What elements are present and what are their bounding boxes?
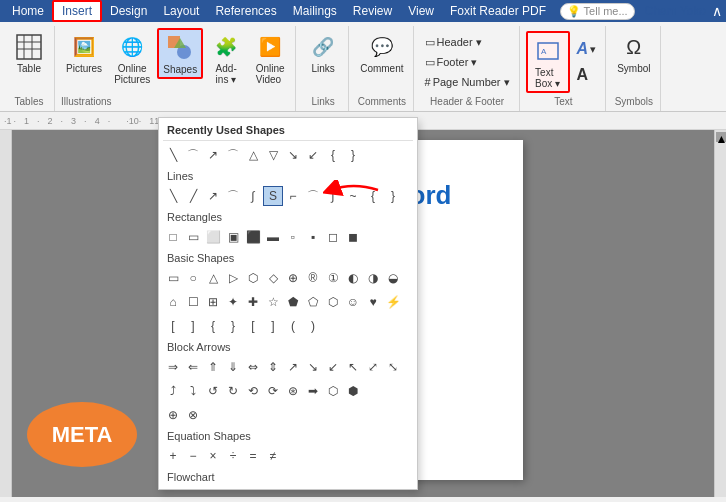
- shape-btn[interactable]: }: [343, 145, 363, 165]
- menu-review[interactable]: Review: [345, 2, 400, 20]
- right-scrollbar[interactable]: ▲: [714, 130, 726, 497]
- eq-shape[interactable]: ×: [203, 446, 223, 466]
- left-scrollbar[interactable]: [0, 130, 12, 497]
- basic-shape[interactable]: ]: [183, 316, 203, 336]
- line-shape[interactable]: S: [263, 186, 283, 206]
- shape-btn[interactable]: ↘: [283, 145, 303, 165]
- shape-btn[interactable]: ▽: [263, 145, 283, 165]
- basic-shape[interactable]: ®: [303, 268, 323, 288]
- shape-btn[interactable]: {: [323, 145, 343, 165]
- shape-btn[interactable]: ↗: [203, 145, 223, 165]
- basic-shape[interactable]: ✦: [223, 292, 243, 312]
- basic-shape[interactable]: ☺: [343, 292, 363, 312]
- shape-btn[interactable]: ⌒: [183, 145, 203, 165]
- basic-shape[interactable]: }: [223, 316, 243, 336]
- menu-view[interactable]: View: [400, 2, 442, 20]
- comment-button[interactable]: 💬 Comment: [355, 28, 408, 77]
- arrow-shape[interactable]: ⇑: [203, 357, 223, 377]
- eq-shape[interactable]: −: [183, 446, 203, 466]
- shape-btn[interactable]: ⌒: [223, 145, 243, 165]
- arrow-shape[interactable]: ↺: [203, 381, 223, 401]
- basic-shape[interactable]: ⬟: [283, 292, 303, 312]
- basic-shape[interactable]: ☆: [263, 292, 283, 312]
- eq-shape[interactable]: =: [243, 446, 263, 466]
- rect-shape[interactable]: ▫: [283, 227, 303, 247]
- basic-shape[interactable]: ▷: [223, 268, 243, 288]
- rect-shape[interactable]: ▭: [183, 227, 203, 247]
- arrow-shape[interactable]: ⇔: [243, 357, 263, 377]
- arrow-shape[interactable]: ⬡: [323, 381, 343, 401]
- shape-btn[interactable]: △: [243, 145, 263, 165]
- arrow-shape[interactable]: ↻: [223, 381, 243, 401]
- arrow-shape[interactable]: ⟲: [243, 381, 263, 401]
- arrow-shape[interactable]: ⇒: [163, 357, 183, 377]
- eq-shape[interactable]: ÷: [223, 446, 243, 466]
- menu-home[interactable]: Home: [4, 2, 52, 20]
- rect-shape[interactable]: ▪: [303, 227, 323, 247]
- page-number-button[interactable]: # Page Number ▾: [420, 73, 515, 92]
- line-shape[interactable]: ╱: [183, 186, 203, 206]
- arrow-shape[interactable]: ⤵: [183, 381, 203, 401]
- rect-shape[interactable]: ⬛: [243, 227, 263, 247]
- basic-shape[interactable]: {: [203, 316, 223, 336]
- rect-shape[interactable]: ▣: [223, 227, 243, 247]
- arrow-shape[interactable]: ⬢: [343, 381, 363, 401]
- basic-shape[interactable]: ⬠: [303, 292, 323, 312]
- footer-button[interactable]: ▭ Footer ▾: [420, 53, 515, 72]
- basic-shape[interactable]: ◐: [343, 268, 363, 288]
- basic-shape[interactable]: ⬡: [243, 268, 263, 288]
- arrow-shape[interactable]: ⤢: [363, 357, 383, 377]
- basic-shape[interactable]: ◑: [363, 268, 383, 288]
- basic-shape[interactable]: [: [243, 316, 263, 336]
- basic-shape[interactable]: [: [163, 316, 183, 336]
- arrow-shape[interactable]: ⇕: [263, 357, 283, 377]
- line-shape[interactable]: }: [383, 186, 403, 206]
- scroll-up-arrow[interactable]: ▲: [716, 132, 726, 142]
- arrow-shape[interactable]: ↖: [343, 357, 363, 377]
- dropcap-button[interactable]: A: [572, 63, 602, 87]
- basic-shape[interactable]: ⊞: [203, 292, 223, 312]
- arrow-shape[interactable]: ⊛: [283, 381, 303, 401]
- online-video-button[interactable]: ▶️ OnlineVideo: [249, 28, 291, 88]
- line-shape[interactable]: ⌐: [283, 186, 303, 206]
- menu-design[interactable]: Design: [102, 2, 155, 20]
- basic-shape[interactable]: ⌂: [163, 292, 183, 312]
- basic-shape[interactable]: ◒: [383, 268, 403, 288]
- basic-shape[interactable]: ⬡: [323, 292, 343, 312]
- arrow-shape[interactable]: ↗: [283, 357, 303, 377]
- shape-btn[interactable]: ╲: [163, 145, 183, 165]
- rect-shape[interactable]: ◼: [343, 227, 363, 247]
- menu-foxit[interactable]: Foxit Reader PDF: [442, 2, 554, 20]
- basic-shape[interactable]: ☐: [183, 292, 203, 312]
- arrow-shape[interactable]: ⊗: [183, 405, 203, 425]
- basic-shape[interactable]: ✚: [243, 292, 263, 312]
- menu-layout[interactable]: Layout: [155, 2, 207, 20]
- table-button[interactable]: Table: [8, 28, 50, 77]
- basic-shape[interactable]: ▭: [163, 268, 183, 288]
- basic-shape[interactable]: △: [203, 268, 223, 288]
- rect-shape[interactable]: ◻: [323, 227, 343, 247]
- online-pictures-button[interactable]: 🌐 OnlinePictures: [109, 28, 155, 88]
- shapes-button[interactable]: Shapes: [157, 28, 203, 79]
- shape-btn[interactable]: ↙: [303, 145, 323, 165]
- pictures-button[interactable]: 🖼️ Pictures: [61, 28, 107, 77]
- arrow-shape[interactable]: ➡: [303, 381, 323, 401]
- basic-shape[interactable]: (: [283, 316, 303, 336]
- basic-shape[interactable]: ⚡: [383, 292, 403, 312]
- arrow-shape[interactable]: ⟳: [263, 381, 283, 401]
- expand-icon[interactable]: ∧: [712, 3, 722, 19]
- wordart-button[interactable]: A ▾: [572, 37, 602, 61]
- basic-shape[interactable]: ○: [183, 268, 203, 288]
- addins-button[interactable]: 🧩 Add-ins ▾: [205, 28, 247, 88]
- arrow-shape[interactable]: ⇐: [183, 357, 203, 377]
- arrow-shape[interactable]: ↙: [323, 357, 343, 377]
- rect-shape[interactable]: □: [163, 227, 183, 247]
- menu-references[interactable]: References: [207, 2, 284, 20]
- arrow-shape[interactable]: ⤴: [163, 381, 183, 401]
- menu-insert[interactable]: Insert: [52, 0, 102, 22]
- links-button[interactable]: 🔗 Links: [302, 28, 344, 77]
- arrow-shape[interactable]: ⊕: [163, 405, 183, 425]
- basic-shape[interactable]: ①: [323, 268, 343, 288]
- header-button[interactable]: ▭ Header ▾: [420, 33, 515, 52]
- basic-shape[interactable]: ◇: [263, 268, 283, 288]
